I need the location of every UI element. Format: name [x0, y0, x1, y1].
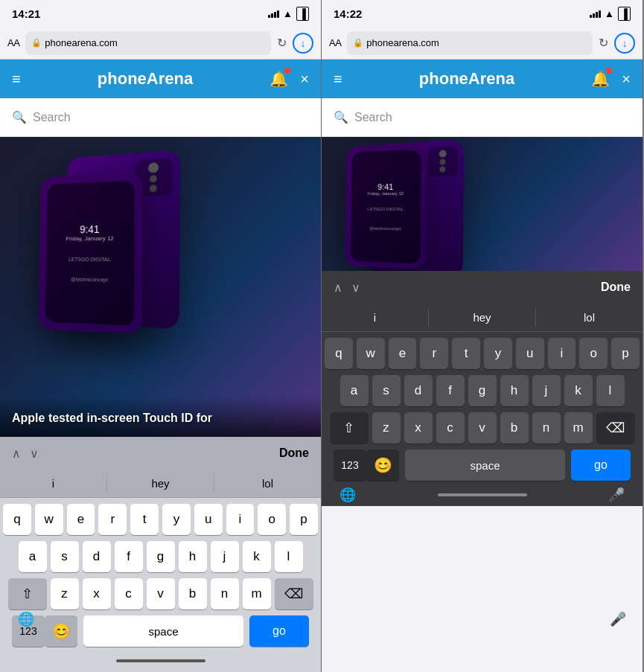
- key-n-left[interactable]: n: [211, 578, 239, 609]
- refresh-button-right[interactable]: ↻: [599, 36, 608, 50]
- prev-arrow-left[interactable]: ∧: [12, 447, 21, 461]
- autocomplete-word-3-left[interactable]: lol: [214, 474, 321, 493]
- key-l-right[interactable]: l: [596, 375, 625, 406]
- autocomplete-word-2-left[interactable]: hey: [107, 474, 214, 493]
- key-space-right[interactable]: space: [405, 449, 565, 481]
- key-j-right[interactable]: j: [532, 375, 561, 406]
- key-d-left[interactable]: d: [83, 541, 111, 572]
- globe-icon-right: 🌐: [339, 487, 356, 503]
- autocomplete-word-3-right[interactable]: lol: [536, 308, 643, 327]
- key-row-1-right: q w e r t y u i o p: [325, 338, 640, 369]
- keyboard-toolbar-left: ∧ ∨ Done: [0, 437, 321, 470]
- key-u-left[interactable]: u: [194, 504, 223, 535]
- url-bar-left[interactable]: 🔒 phonearena.com: [25, 31, 271, 55]
- key-q-right[interactable]: q: [325, 338, 353, 369]
- nav-right-right: 🔔 ×: [591, 70, 631, 88]
- key-o-right[interactable]: o: [579, 338, 608, 369]
- key-p-left[interactable]: p: [290, 504, 318, 535]
- key-l-left[interactable]: l: [275, 541, 303, 572]
- key-y-left[interactable]: y: [162, 504, 191, 535]
- key-123-right[interactable]: 123: [334, 449, 366, 481]
- key-w-left[interactable]: w: [35, 504, 63, 535]
- key-e-left[interactable]: e: [67, 504, 95, 535]
- key-a-left[interactable]: a: [19, 541, 47, 572]
- autocomplete-word-1-left[interactable]: i: [0, 474, 107, 493]
- key-s-left[interactable]: s: [51, 541, 79, 572]
- key-s-right[interactable]: s: [372, 375, 401, 406]
- key-c-right[interactable]: c: [436, 412, 465, 444]
- key-p-right[interactable]: p: [611, 338, 640, 369]
- autocomplete-word-2-right[interactable]: hey: [429, 308, 536, 327]
- bell-container-right[interactable]: 🔔: [591, 70, 610, 88]
- done-button-left[interactable]: Done: [279, 447, 309, 460]
- search-bar-right[interactable]: 🔍 Search: [322, 98, 643, 137]
- key-m-left[interactable]: m: [243, 578, 271, 609]
- aa-label-right[interactable]: AA: [329, 37, 341, 48]
- key-w-right[interactable]: w: [357, 338, 385, 369]
- lock-icon-left: 🔒: [31, 38, 42, 48]
- refresh-button-left[interactable]: ↻: [277, 36, 287, 50]
- key-shift-left[interactable]: ⇧: [8, 578, 47, 609]
- key-t-left[interactable]: t: [130, 504, 159, 535]
- key-delete-right[interactable]: ⌫: [596, 412, 635, 444]
- aa-label-left[interactable]: AA: [7, 37, 19, 48]
- done-button-right[interactable]: Done: [601, 281, 631, 294]
- search-bar-left[interactable]: 🔍 Search: [0, 98, 321, 137]
- key-go-left[interactable]: go: [249, 615, 309, 647]
- key-shift-right[interactable]: ⇧: [330, 412, 369, 444]
- next-arrow-right[interactable]: ∨: [351, 281, 360, 295]
- key-i-left[interactable]: i: [226, 504, 255, 535]
- key-d-right[interactable]: d: [404, 375, 433, 406]
- key-y-right[interactable]: y: [484, 338, 512, 369]
- key-k-right[interactable]: k: [564, 375, 593, 406]
- key-emoji-right[interactable]: 😊: [366, 449, 399, 481]
- key-r-left[interactable]: r: [98, 504, 127, 535]
- key-g-left[interactable]: g: [147, 541, 175, 572]
- download-button-right[interactable]: ↓: [614, 33, 635, 54]
- key-o-left[interactable]: o: [258, 504, 286, 535]
- next-arrow-left[interactable]: ∨: [30, 447, 39, 461]
- key-b-left[interactable]: b: [179, 578, 207, 609]
- key-g-right[interactable]: g: [468, 375, 497, 406]
- time-left: 14:21: [12, 7, 40, 20]
- key-f-left[interactable]: f: [115, 541, 143, 572]
- keyboard-rows-right: q w e r t y u i o p a s d f g h j k l: [322, 332, 643, 452]
- key-h-left[interactable]: h: [179, 541, 207, 572]
- key-n-right[interactable]: n: [532, 412, 561, 444]
- key-t-right[interactable]: t: [452, 338, 480, 369]
- key-h-right[interactable]: h: [500, 375, 529, 406]
- key-go-right[interactable]: go: [571, 449, 631, 481]
- key-i-right[interactable]: i: [548, 338, 576, 369]
- key-c-left[interactable]: c: [115, 578, 143, 609]
- key-emoji-left[interactable]: 😊: [45, 615, 77, 647]
- key-m-right[interactable]: m: [564, 412, 593, 444]
- key-z-left[interactable]: z: [51, 578, 79, 609]
- key-x-left[interactable]: x: [83, 578, 111, 609]
- key-k-left[interactable]: k: [243, 541, 271, 572]
- key-delete-left[interactable]: ⌫: [275, 578, 313, 609]
- key-z-right[interactable]: z: [372, 412, 401, 444]
- prev-arrow-right[interactable]: ∧: [334, 281, 342, 295]
- bell-container-left[interactable]: 🔔: [270, 70, 288, 88]
- battery-icon: ▐: [296, 7, 309, 21]
- key-v-left[interactable]: v: [147, 578, 175, 609]
- hamburger-icon-left[interactable]: ≡: [12, 71, 21, 88]
- hamburger-icon-right[interactable]: ≡: [334, 71, 342, 88]
- autocomplete-word-1-right[interactable]: i: [322, 308, 429, 327]
- key-r-right[interactable]: r: [420, 338, 448, 369]
- key-a-right[interactable]: a: [340, 375, 369, 406]
- close-icon-left[interactable]: ×: [300, 71, 309, 88]
- close-icon-right[interactable]: ×: [622, 71, 631, 88]
- url-bar-right[interactable]: 🔒 phonearena.com: [347, 31, 593, 55]
- key-space-left[interactable]: space: [83, 615, 243, 647]
- key-x-right[interactable]: x: [404, 412, 433, 444]
- content-area-left: 9:41 Friday, January 12 LETSGO DIGITAL @…: [0, 137, 321, 437]
- key-b-right[interactable]: b: [500, 412, 529, 444]
- key-u-right[interactable]: u: [516, 338, 544, 369]
- key-q-left[interactable]: q: [3, 504, 31, 535]
- key-j-left[interactable]: j: [211, 541, 239, 572]
- download-button-left[interactable]: ↓: [293, 33, 313, 54]
- key-f-right[interactable]: f: [436, 375, 465, 406]
- key-v-right[interactable]: v: [468, 412, 497, 444]
- key-e-right[interactable]: e: [389, 338, 417, 369]
